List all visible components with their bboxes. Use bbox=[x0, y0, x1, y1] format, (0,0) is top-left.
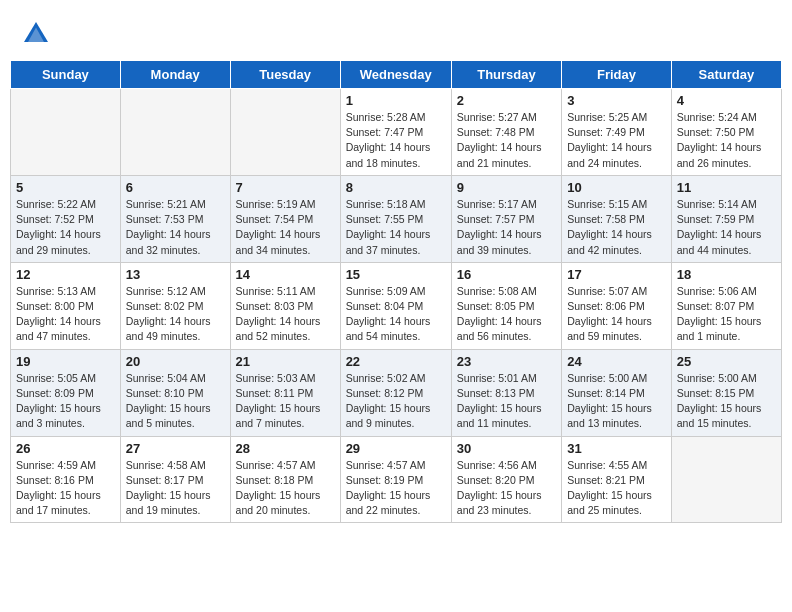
calendar-cell: 23Sunrise: 5:01 AM Sunset: 8:13 PM Dayli… bbox=[451, 349, 561, 436]
cell-info: Sunrise: 5:01 AM Sunset: 8:13 PM Dayligh… bbox=[457, 371, 556, 432]
calendar-cell: 10Sunrise: 5:15 AM Sunset: 7:58 PM Dayli… bbox=[562, 175, 672, 262]
calendar-cell: 3Sunrise: 5:25 AM Sunset: 7:49 PM Daylig… bbox=[562, 89, 672, 176]
cell-info: Sunrise: 5:09 AM Sunset: 8:04 PM Dayligh… bbox=[346, 284, 446, 345]
day-number: 29 bbox=[346, 441, 446, 456]
calendar-cell: 27Sunrise: 4:58 AM Sunset: 8:17 PM Dayli… bbox=[120, 436, 230, 523]
calendar-cell: 12Sunrise: 5:13 AM Sunset: 8:00 PM Dayli… bbox=[11, 262, 121, 349]
day-number: 30 bbox=[457, 441, 556, 456]
day-number: 18 bbox=[677, 267, 776, 282]
cell-info: Sunrise: 5:07 AM Sunset: 8:06 PM Dayligh… bbox=[567, 284, 666, 345]
cell-info: Sunrise: 5:27 AM Sunset: 7:48 PM Dayligh… bbox=[457, 110, 556, 171]
day-of-week-header: Friday bbox=[562, 61, 672, 89]
day-number: 24 bbox=[567, 354, 666, 369]
day-number: 3 bbox=[567, 93, 666, 108]
day-of-week-header: Thursday bbox=[451, 61, 561, 89]
cell-info: Sunrise: 5:04 AM Sunset: 8:10 PM Dayligh… bbox=[126, 371, 225, 432]
day-number: 15 bbox=[346, 267, 446, 282]
calendar-cell: 17Sunrise: 5:07 AM Sunset: 8:06 PM Dayli… bbox=[562, 262, 672, 349]
calendar-cell: 15Sunrise: 5:09 AM Sunset: 8:04 PM Dayli… bbox=[340, 262, 451, 349]
logo bbox=[20, 18, 56, 50]
cell-info: Sunrise: 4:58 AM Sunset: 8:17 PM Dayligh… bbox=[126, 458, 225, 519]
cell-info: Sunrise: 5:13 AM Sunset: 8:00 PM Dayligh… bbox=[16, 284, 115, 345]
day-number: 9 bbox=[457, 180, 556, 195]
day-number: 31 bbox=[567, 441, 666, 456]
day-number: 19 bbox=[16, 354, 115, 369]
day-number: 21 bbox=[236, 354, 335, 369]
calendar-cell: 2Sunrise: 5:27 AM Sunset: 7:48 PM Daylig… bbox=[451, 89, 561, 176]
day-number: 6 bbox=[126, 180, 225, 195]
cell-info: Sunrise: 4:57 AM Sunset: 8:18 PM Dayligh… bbox=[236, 458, 335, 519]
calendar-cell bbox=[230, 89, 340, 176]
calendar-cell: 6Sunrise: 5:21 AM Sunset: 7:53 PM Daylig… bbox=[120, 175, 230, 262]
cell-info: Sunrise: 5:00 AM Sunset: 8:14 PM Dayligh… bbox=[567, 371, 666, 432]
calendar-header-row: SundayMondayTuesdayWednesdayThursdayFrid… bbox=[11, 61, 782, 89]
cell-info: Sunrise: 5:08 AM Sunset: 8:05 PM Dayligh… bbox=[457, 284, 556, 345]
day-number: 16 bbox=[457, 267, 556, 282]
cell-info: Sunrise: 5:14 AM Sunset: 7:59 PM Dayligh… bbox=[677, 197, 776, 258]
day-number: 26 bbox=[16, 441, 115, 456]
calendar-cell: 11Sunrise: 5:14 AM Sunset: 7:59 PM Dayli… bbox=[671, 175, 781, 262]
day-number: 8 bbox=[346, 180, 446, 195]
cell-info: Sunrise: 5:15 AM Sunset: 7:58 PM Dayligh… bbox=[567, 197, 666, 258]
calendar-cell: 16Sunrise: 5:08 AM Sunset: 8:05 PM Dayli… bbox=[451, 262, 561, 349]
calendar-cell bbox=[120, 89, 230, 176]
calendar-week-row: 12Sunrise: 5:13 AM Sunset: 8:00 PM Dayli… bbox=[11, 262, 782, 349]
calendar-cell: 1Sunrise: 5:28 AM Sunset: 7:47 PM Daylig… bbox=[340, 89, 451, 176]
calendar-cell bbox=[11, 89, 121, 176]
calendar-cell: 20Sunrise: 5:04 AM Sunset: 8:10 PM Dayli… bbox=[120, 349, 230, 436]
day-number: 14 bbox=[236, 267, 335, 282]
calendar-cell: 31Sunrise: 4:55 AM Sunset: 8:21 PM Dayli… bbox=[562, 436, 672, 523]
day-number: 12 bbox=[16, 267, 115, 282]
day-number: 10 bbox=[567, 180, 666, 195]
day-number: 2 bbox=[457, 93, 556, 108]
logo-icon bbox=[20, 18, 52, 50]
cell-info: Sunrise: 5:03 AM Sunset: 8:11 PM Dayligh… bbox=[236, 371, 335, 432]
cell-info: Sunrise: 5:00 AM Sunset: 8:15 PM Dayligh… bbox=[677, 371, 776, 432]
cell-info: Sunrise: 5:02 AM Sunset: 8:12 PM Dayligh… bbox=[346, 371, 446, 432]
day-number: 11 bbox=[677, 180, 776, 195]
day-number: 20 bbox=[126, 354, 225, 369]
cell-info: Sunrise: 4:56 AM Sunset: 8:20 PM Dayligh… bbox=[457, 458, 556, 519]
day-of-week-header: Monday bbox=[120, 61, 230, 89]
day-number: 27 bbox=[126, 441, 225, 456]
calendar-cell: 9Sunrise: 5:17 AM Sunset: 7:57 PM Daylig… bbox=[451, 175, 561, 262]
day-of-week-header: Wednesday bbox=[340, 61, 451, 89]
day-number: 5 bbox=[16, 180, 115, 195]
calendar-cell bbox=[671, 436, 781, 523]
day-number: 13 bbox=[126, 267, 225, 282]
calendar-week-row: 1Sunrise: 5:28 AM Sunset: 7:47 PM Daylig… bbox=[11, 89, 782, 176]
cell-info: Sunrise: 5:06 AM Sunset: 8:07 PM Dayligh… bbox=[677, 284, 776, 345]
calendar-cell: 21Sunrise: 5:03 AM Sunset: 8:11 PM Dayli… bbox=[230, 349, 340, 436]
calendar-cell: 13Sunrise: 5:12 AM Sunset: 8:02 PM Dayli… bbox=[120, 262, 230, 349]
calendar-table: SundayMondayTuesdayWednesdayThursdayFrid… bbox=[10, 60, 782, 523]
calendar-week-row: 19Sunrise: 5:05 AM Sunset: 8:09 PM Dayli… bbox=[11, 349, 782, 436]
cell-info: Sunrise: 5:28 AM Sunset: 7:47 PM Dayligh… bbox=[346, 110, 446, 171]
calendar-cell: 8Sunrise: 5:18 AM Sunset: 7:55 PM Daylig… bbox=[340, 175, 451, 262]
calendar-cell: 26Sunrise: 4:59 AM Sunset: 8:16 PM Dayli… bbox=[11, 436, 121, 523]
cell-info: Sunrise: 5:22 AM Sunset: 7:52 PM Dayligh… bbox=[16, 197, 115, 258]
calendar-cell: 30Sunrise: 4:56 AM Sunset: 8:20 PM Dayli… bbox=[451, 436, 561, 523]
calendar-cell: 7Sunrise: 5:19 AM Sunset: 7:54 PM Daylig… bbox=[230, 175, 340, 262]
cell-info: Sunrise: 5:18 AM Sunset: 7:55 PM Dayligh… bbox=[346, 197, 446, 258]
calendar-cell: 24Sunrise: 5:00 AM Sunset: 8:14 PM Dayli… bbox=[562, 349, 672, 436]
cell-info: Sunrise: 5:17 AM Sunset: 7:57 PM Dayligh… bbox=[457, 197, 556, 258]
calendar-week-row: 5Sunrise: 5:22 AM Sunset: 7:52 PM Daylig… bbox=[11, 175, 782, 262]
day-number: 1 bbox=[346, 93, 446, 108]
day-number: 4 bbox=[677, 93, 776, 108]
page-header bbox=[10, 10, 782, 56]
cell-info: Sunrise: 5:25 AM Sunset: 7:49 PM Dayligh… bbox=[567, 110, 666, 171]
day-number: 28 bbox=[236, 441, 335, 456]
calendar-week-row: 26Sunrise: 4:59 AM Sunset: 8:16 PM Dayli… bbox=[11, 436, 782, 523]
cell-info: Sunrise: 5:19 AM Sunset: 7:54 PM Dayligh… bbox=[236, 197, 335, 258]
calendar-cell: 22Sunrise: 5:02 AM Sunset: 8:12 PM Dayli… bbox=[340, 349, 451, 436]
cell-info: Sunrise: 5:21 AM Sunset: 7:53 PM Dayligh… bbox=[126, 197, 225, 258]
calendar-cell: 18Sunrise: 5:06 AM Sunset: 8:07 PM Dayli… bbox=[671, 262, 781, 349]
day-number: 23 bbox=[457, 354, 556, 369]
calendar-cell: 4Sunrise: 5:24 AM Sunset: 7:50 PM Daylig… bbox=[671, 89, 781, 176]
cell-info: Sunrise: 5:11 AM Sunset: 8:03 PM Dayligh… bbox=[236, 284, 335, 345]
calendar-cell: 25Sunrise: 5:00 AM Sunset: 8:15 PM Dayli… bbox=[671, 349, 781, 436]
calendar-cell: 28Sunrise: 4:57 AM Sunset: 8:18 PM Dayli… bbox=[230, 436, 340, 523]
calendar-cell: 14Sunrise: 5:11 AM Sunset: 8:03 PM Dayli… bbox=[230, 262, 340, 349]
cell-info: Sunrise: 4:57 AM Sunset: 8:19 PM Dayligh… bbox=[346, 458, 446, 519]
cell-info: Sunrise: 4:55 AM Sunset: 8:21 PM Dayligh… bbox=[567, 458, 666, 519]
